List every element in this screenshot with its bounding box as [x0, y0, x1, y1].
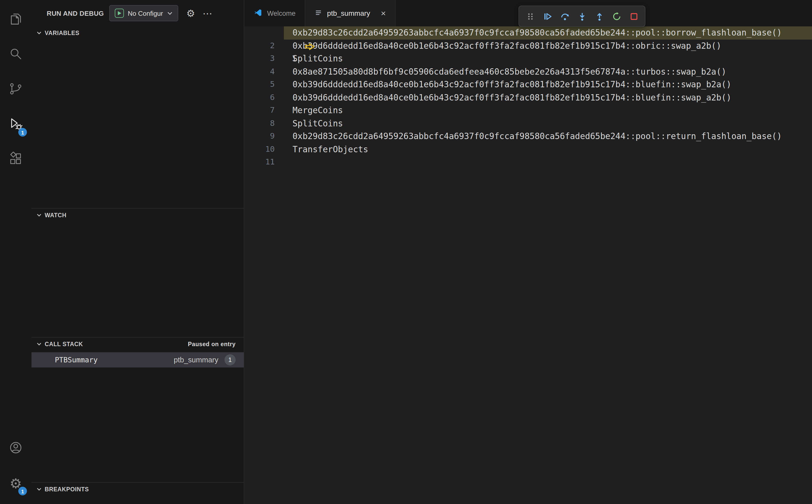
file-list-icon: [314, 8, 322, 18]
code-line: 11: [244, 156, 812, 169]
code-line: 4 0x8ae871505a80d8bf6bf9c05906cda6edfeea…: [244, 65, 812, 78]
breakpoints-section: BREAKPOINTS: [31, 482, 244, 504]
gutter[interactable]: 4: [244, 65, 284, 78]
restart-icon: [612, 11, 621, 21]
settings-button[interactable]: ⚙ 1: [0, 466, 31, 501]
sidebar-item-extensions[interactable]: [0, 142, 31, 177]
paused-status: Paused on entry: [188, 341, 236, 347]
settings-badge: 1: [18, 487, 27, 495]
toolbar-drag-handle[interactable]: [523, 9, 537, 23]
more-actions-icon[interactable]: ⋯: [203, 8, 212, 19]
line-number: 11: [265, 157, 275, 166]
gutter[interactable]: 3: [244, 52, 284, 65]
source-control-icon: [9, 81, 23, 98]
gutter[interactable]: 8: [244, 117, 284, 130]
code-editor[interactable]: 1 0xb29d83c26cdd2a64959263abbcfc4a6937f0…: [244, 26, 812, 504]
gutter[interactable]: 7: [244, 104, 284, 117]
tab-ptb-summary[interactable]: ptb_summary ×: [305, 0, 395, 26]
code-text[interactable]: 0xb39d6dddedd16ed8a40ce0b1e6b43c92acf0ff…: [284, 78, 812, 91]
step-over-button[interactable]: [558, 9, 572, 23]
line-number: 3: [270, 54, 275, 63]
code-line: 1 0xb29d83c26cdd2a64959263abbcfc4a6937f0…: [244, 26, 812, 39]
sidebar-item-run-and-debug[interactable]: 1: [0, 107, 31, 142]
line-number: 7: [270, 106, 275, 115]
accounts-button[interactable]: [0, 431, 31, 466]
step-into-icon: [577, 11, 587, 21]
debug-config-dropdown[interactable]: No Configur: [109, 5, 178, 21]
breakpoints-header[interactable]: BREAKPOINTS: [31, 483, 244, 496]
line-number: 2: [270, 41, 275, 50]
call-stack-section: CALL STACK Paused on entry PTBSummary pt…: [31, 337, 244, 482]
restart-button[interactable]: [609, 9, 624, 23]
search-icon: [9, 46, 23, 63]
stop-icon: [629, 11, 639, 21]
code-line: 8 SplitCoins: [244, 117, 812, 130]
code-text[interactable]: 0xb29d83c26cdd2a64959263abbcfc4a6937f0c9…: [284, 26, 812, 39]
start-debug-icon: [114, 9, 124, 18]
vscode-logo-icon: [253, 8, 262, 19]
line-number: 6: [270, 93, 275, 102]
code-text[interactable]: 0xb39d6dddedd16ed8a40ce0b1e6b43c92acf0ff…: [284, 39, 812, 52]
call-stack-label: CALL STACK: [45, 341, 83, 347]
chevron-down-icon: [37, 213, 42, 218]
gutter[interactable]: 6: [244, 91, 284, 104]
sidebar-title: RUN AND DEBUG: [47, 9, 104, 17]
variables-label: VARIABLES: [45, 30, 79, 36]
stop-button[interactable]: [627, 9, 641, 23]
code-text[interactable]: 0xb29d83c26cdd2a64959263abbcfc4a6937f0c9…: [284, 130, 812, 143]
chevron-down-icon: [167, 10, 173, 16]
variables-section: VARIABLES: [31, 26, 244, 208]
thread-badge: 1: [224, 354, 236, 365]
code-text[interactable]: SplitCoins: [284, 52, 812, 65]
watch-label: WATCH: [45, 212, 66, 218]
chevron-down-icon: [37, 487, 42, 492]
gutter[interactable]: 10: [244, 143, 284, 156]
debug-settings-gear-icon[interactable]: ⚙: [186, 8, 195, 18]
sidebar-header: RUN AND DEBUG No Configur ⚙ ⋯: [31, 0, 244, 26]
step-over-icon: [560, 11, 570, 21]
activity-bar: 1 ⚙ 1: [0, 0, 31, 504]
extensions-icon: [9, 152, 23, 168]
drag-dots-icon: [525, 11, 535, 21]
code-text[interactable]: MergeCoins: [284, 104, 812, 117]
gutter[interactable]: 11: [244, 156, 284, 169]
code-line: 5 0xb39d6dddedd16ed8a40ce0b1e6b43c92acf0…: [244, 78, 812, 91]
step-out-icon: [594, 11, 604, 21]
continue-icon: [543, 11, 552, 21]
code-text[interactable]: 0xb39d6dddedd16ed8a40ce0b1e6b43c92acf0ff…: [284, 91, 812, 104]
call-stack-thread-row[interactable]: PTBSummary ptb_summary 1: [31, 352, 244, 367]
code-line: 10 TransferObjects: [244, 143, 812, 156]
line-number: 9: [270, 131, 275, 141]
gutter[interactable]: 1: [244, 26, 284, 39]
step-into-button[interactable]: [575, 9, 589, 23]
code-text[interactable]: 0x8ae871505a80d8bf6bf9c05906cda6edfeea46…: [284, 65, 812, 78]
gutter[interactable]: 5: [244, 78, 284, 91]
debug-toolbar: [519, 6, 646, 27]
chevron-down-icon: [37, 342, 42, 347]
tab-label: Welcome: [267, 9, 295, 17]
continue-button[interactable]: [540, 9, 555, 23]
sidebar-item-source-control[interactable]: [0, 72, 31, 107]
line-number: 5: [270, 80, 275, 89]
thread-file: ptb_summary: [174, 356, 218, 364]
account-icon: [9, 440, 23, 457]
code-line: 2 0xb39d6dddedd16ed8a40ce0b1e6b43c92acf0…: [244, 39, 812, 52]
gutter[interactable]: 2: [244, 39, 284, 52]
code-text[interactable]: [284, 156, 812, 169]
close-icon[interactable]: ×: [381, 9, 386, 18]
code-text[interactable]: SplitCoins: [284, 117, 812, 130]
step-out-button[interactable]: [592, 9, 606, 23]
run-and-debug-sidebar: RUN AND DEBUG No Configur ⚙ ⋯ VARIABLES: [31, 0, 244, 504]
tab-welcome[interactable]: Welcome: [244, 0, 305, 26]
line-number: 4: [270, 67, 275, 76]
code-text[interactable]: TransferObjects: [284, 143, 812, 156]
variables-header[interactable]: VARIABLES: [31, 26, 244, 40]
code-line: 3 SplitCoins: [244, 52, 812, 65]
watch-header[interactable]: WATCH: [31, 209, 244, 222]
gutter[interactable]: 9: [244, 130, 284, 143]
call-stack-header[interactable]: CALL STACK Paused on entry: [31, 338, 244, 351]
line-number: 8: [270, 119, 275, 128]
sidebar-item-explorer[interactable]: [0, 2, 31, 37]
chevron-down-icon: [37, 30, 42, 36]
sidebar-item-search[interactable]: [0, 37, 31, 72]
